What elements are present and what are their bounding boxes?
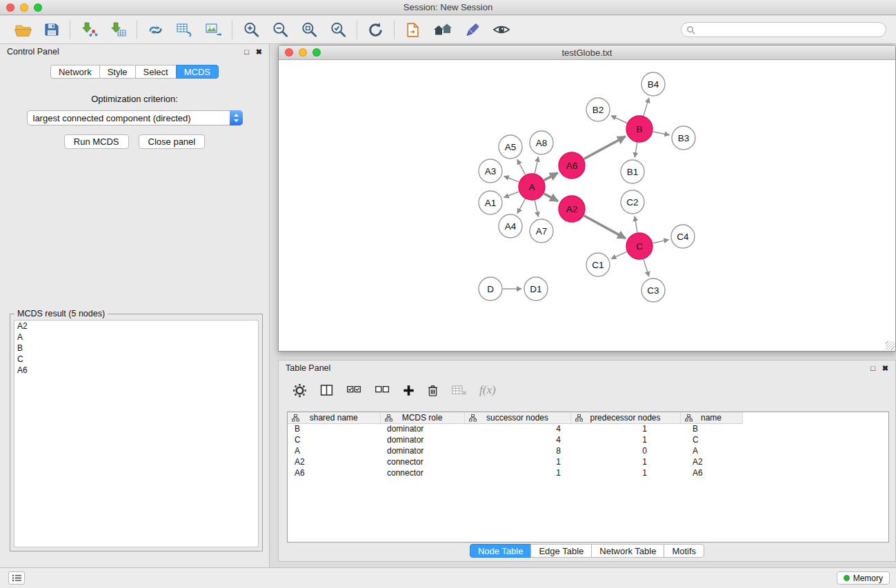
tab-select[interactable]: Select: [135, 65, 177, 79]
mcds-result-item[interactable]: C: [14, 354, 258, 365]
column-header-shared-name[interactable]: shared name: [288, 412, 380, 423]
import-network-from-file-icon[interactable]: [80, 21, 98, 38]
edge-B-B2[interactable]: [611, 116, 627, 123]
run-mcds-button[interactable]: Run MCDS: [64, 134, 129, 149]
edge-A-A3[interactable]: [504, 176, 519, 182]
mcds-result-item[interactable]: A2: [14, 321, 258, 332]
close-panel-icon[interactable]: ✖: [256, 48, 262, 56]
delete-table-icon[interactable]: [451, 384, 467, 396]
show-graphics-details-icon[interactable]: [492, 21, 511, 38]
import-network-from-database-icon[interactable]: [147, 21, 164, 39]
cytoscape-home-icon[interactable]: [432, 21, 453, 38]
node-B2[interactable]: B2: [586, 98, 610, 121]
apply-layout-icon[interactable]: [367, 21, 384, 39]
node-B3[interactable]: B3: [672, 126, 695, 150]
memory-button[interactable]: Memory: [837, 571, 890, 585]
import-table-from-database-icon[interactable]: [175, 21, 193, 38]
node-B[interactable]: B: [626, 116, 653, 142]
edge-C-C2[interactable]: [635, 216, 637, 233]
node-C4[interactable]: C4: [671, 225, 695, 248]
unselect-all-icon[interactable]: [375, 384, 390, 396]
tab-node-table[interactable]: Node Table: [470, 544, 532, 558]
table-row[interactable]: Bdominator41B: [288, 423, 888, 434]
column-header-name[interactable]: name: [680, 412, 742, 423]
column-header-predecessor-nodes[interactable]: predecessor nodes: [570, 412, 680, 423]
mcds-result-item[interactable]: A: [14, 332, 258, 343]
zoom-selected-icon[interactable]: [329, 21, 347, 39]
edge-A-A5[interactable]: [517, 160, 526, 175]
node-C2[interactable]: C2: [621, 190, 644, 214]
node-C[interactable]: C: [626, 233, 653, 259]
node-C1[interactable]: C1: [586, 253, 610, 276]
mcds-result-list[interactable]: A2ABCA6: [14, 320, 259, 547]
float-panel-icon[interactable]: □: [244, 48, 249, 56]
edge-A-A2[interactable]: [544, 194, 558, 201]
edge-A-A7[interactable]: [535, 201, 538, 217]
node-A7[interactable]: A7: [530, 219, 553, 243]
edge-B-B1[interactable]: [635, 143, 637, 158]
node-B1[interactable]: B1: [621, 160, 644, 183]
edge-A2-C[interactable]: [584, 216, 626, 239]
table-row[interactable]: Cdominator41C: [288, 434, 888, 445]
node-A[interactable]: A: [519, 174, 545, 200]
function-builder-icon[interactable]: f(x): [479, 383, 496, 397]
edge-B-B4[interactable]: [644, 98, 649, 116]
node-A5[interactable]: A5: [499, 135, 522, 159]
edge-A-A8[interactable]: [535, 157, 538, 174]
edge-B-B3[interactable]: [653, 132, 670, 135]
export-image-icon[interactable]: [204, 21, 222, 38]
column-header-MCDS-role[interactable]: MCDS role: [380, 412, 464, 423]
task-history-button[interactable]: [8, 571, 25, 585]
column-header-successor-nodes[interactable]: successor nodes: [464, 412, 570, 423]
node-D[interactable]: D: [479, 277, 502, 301]
node-C3[interactable]: C3: [641, 278, 665, 302]
open-session-icon[interactable]: [14, 21, 32, 39]
node-A4[interactable]: A4: [499, 214, 522, 238]
zoom-in-icon[interactable]: [242, 21, 260, 39]
mcds-result-item[interactable]: A6: [14, 365, 258, 376]
mcds-result-item[interactable]: B: [14, 343, 258, 354]
edge-A-A4[interactable]: [517, 199, 525, 214]
table-row[interactable]: A2connector11A2: [288, 456, 888, 467]
node-A2[interactable]: A2: [559, 196, 585, 222]
select-all-icon[interactable]: [346, 384, 362, 396]
delete-column-icon[interactable]: [427, 384, 439, 397]
network-canvas[interactable]: B4B2BB3A5A8A6A3B1AA1C2A2A4A7CC4C1C3DD1: [279, 61, 895, 351]
table-row[interactable]: Adominator80A: [288, 445, 888, 456]
resize-handle[interactable]: [886, 341, 895, 350]
edge-C-C4[interactable]: [653, 240, 669, 243]
annotation-pen-icon[interactable]: [464, 21, 481, 38]
edge-A6-B[interactable]: [584, 136, 626, 159]
edge-A-A6[interactable]: [544, 173, 558, 181]
node-A6[interactable]: A6: [559, 152, 585, 179]
tab-network-table[interactable]: Network Table: [591, 544, 664, 558]
node-B4[interactable]: B4: [641, 72, 665, 96]
save-session-icon[interactable]: [43, 21, 60, 38]
tab-mcds[interactable]: MCDS: [176, 65, 219, 79]
edge-C-C3[interactable]: [644, 259, 649, 276]
edge-A-A1[interactable]: [504, 192, 519, 197]
node-A1[interactable]: A1: [479, 191, 502, 214]
criterion-dropdown[interactable]: largest connected component (directed): [27, 110, 243, 125]
network-window-titlebar[interactable]: testGlobe.txt: [279, 45, 895, 60]
show-columns-icon[interactable]: [319, 383, 334, 397]
node-A8[interactable]: A8: [530, 131, 553, 154]
table-row[interactable]: A6connector11A6: [288, 467, 888, 478]
export-document-icon[interactable]: [404, 21, 421, 39]
add-column-icon[interactable]: [403, 385, 415, 396]
tab-edge-table[interactable]: Edge Table: [530, 544, 592, 558]
float-table-panel-icon[interactable]: □: [870, 365, 875, 372]
search-input[interactable]: [681, 22, 886, 37]
node-D1[interactable]: D1: [524, 277, 548, 301]
zoom-out-icon[interactable]: [271, 21, 289, 39]
node-A3[interactable]: A3: [479, 159, 502, 183]
close-panel-button[interactable]: Close panel: [139, 134, 206, 149]
zoom-fit-icon[interactable]: [300, 21, 318, 39]
table-settings-gear-icon[interactable]: [292, 383, 307, 398]
close-table-panel-icon[interactable]: ✖: [882, 365, 888, 372]
tab-network[interactable]: Network: [50, 65, 100, 79]
tab-motifs[interactable]: Motifs: [664, 544, 704, 558]
edge-C-C1[interactable]: [611, 252, 627, 258]
import-table-from-file-icon[interactable]: [109, 21, 127, 38]
tab-style[interactable]: Style: [99, 65, 136, 79]
